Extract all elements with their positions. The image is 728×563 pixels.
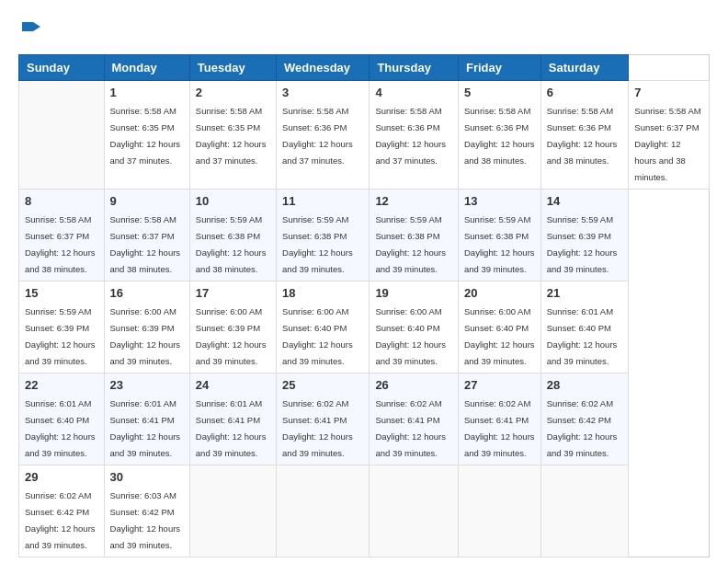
day-info: Sunrise: 5:58 AMSunset: 6:37 PMDaylight:…: [110, 214, 181, 274]
logo-text: [18, 18, 42, 45]
day-number: 24: [196, 378, 270, 392]
day-info: Sunrise: 5:59 AMSunset: 6:38 PMDaylight:…: [375, 214, 446, 274]
day-info: Sunrise: 6:01 AMSunset: 6:41 PMDaylight:…: [110, 398, 181, 458]
day-number: 25: [282, 378, 363, 392]
day-cell-8: 8 Sunrise: 5:58 AMSunset: 6:37 PMDayligh…: [19, 190, 105, 282]
calendar-week-3: 15 Sunrise: 5:59 AMSunset: 6:39 PMDaylig…: [19, 282, 710, 373]
day-cell-2: 2 Sunrise: 5:58 AMSunset: 6:35 PMDayligh…: [189, 81, 276, 190]
day-info: Sunrise: 6:02 AMSunset: 6:41 PMDaylight:…: [464, 398, 535, 458]
day-cell-9: 9 Sunrise: 5:58 AMSunset: 6:37 PMDayligh…: [104, 190, 189, 282]
day-info: Sunrise: 5:58 AMSunset: 6:37 PMDaylight:…: [25, 214, 96, 274]
day-number: 7: [634, 86, 703, 99]
day-info: Sunrise: 6:00 AMSunset: 6:40 PMDaylight:…: [375, 306, 446, 366]
calendar-body: 1 Sunrise: 5:58 AMSunset: 6:35 PMDayligh…: [19, 81, 710, 557]
day-cell-7: 7 Sunrise: 5:58 AMSunset: 6:37 PMDayligh…: [629, 81, 710, 190]
day-number: 3: [282, 86, 363, 99]
day-number: 5: [464, 86, 535, 99]
day-number: 4: [375, 86, 452, 99]
day-cell-17: 17 Sunrise: 6:00 AMSunset: 6:39 PMDaylig…: [189, 282, 276, 373]
day-cell-4: 4 Sunrise: 5:58 AMSunset: 6:36 PMDayligh…: [370, 81, 459, 190]
page-header: [18, 18, 710, 45]
day-number: 1: [110, 86, 184, 99]
empty-cell: [277, 465, 370, 557]
empty-cell: [540, 465, 629, 557]
day-cell-1: 1 Sunrise: 5:58 AMSunset: 6:35 PMDayligh…: [104, 81, 189, 190]
day-info: Sunrise: 6:01 AMSunset: 6:40 PMDaylight:…: [25, 398, 96, 458]
empty-cell: [370, 465, 459, 557]
day-number: 17: [196, 286, 270, 300]
day-cell-19: 19 Sunrise: 6:00 AMSunset: 6:40 PMDaylig…: [370, 282, 459, 373]
day-number: 28: [547, 378, 623, 392]
day-number: 16: [110, 286, 184, 300]
day-number: 2: [196, 86, 270, 99]
day-header-thursday: Thursday: [370, 55, 459, 81]
calendar-week-5: 29 Sunrise: 6:02 AMSunset: 6:42 PMDaylig…: [19, 465, 710, 557]
day-cell-14: 14 Sunrise: 5:59 AMSunset: 6:39 PMDaylig…: [540, 190, 629, 282]
day-cell-15: 15 Sunrise: 5:59 AMSunset: 6:39 PMDaylig…: [19, 282, 105, 373]
day-info: Sunrise: 5:59 AMSunset: 6:39 PMDaylight:…: [25, 306, 96, 366]
day-cell-21: 21 Sunrise: 6:01 AMSunset: 6:40 PMDaylig…: [540, 282, 629, 373]
day-info: Sunrise: 6:00 AMSunset: 6:39 PMDaylight:…: [110, 306, 181, 366]
day-cell-10: 10 Sunrise: 5:59 AMSunset: 6:38 PMDaylig…: [189, 190, 276, 282]
day-number: 20: [464, 286, 535, 300]
day-number: 29: [25, 470, 98, 484]
day-number: 26: [375, 378, 452, 392]
day-number: 21: [547, 286, 623, 300]
day-cell-30: 30 Sunrise: 6:03 AMSunset: 6:42 PMDaylig…: [104, 465, 189, 557]
day-info: Sunrise: 5:59 AMSunset: 6:38 PMDaylight:…: [196, 214, 267, 274]
day-cell-20: 20 Sunrise: 6:00 AMSunset: 6:40 PMDaylig…: [458, 282, 540, 373]
logo: [18, 18, 42, 45]
empty-cell: [19, 81, 105, 190]
day-info: Sunrise: 6:01 AMSunset: 6:41 PMDaylight:…: [196, 398, 267, 458]
day-header-friday: Friday: [458, 55, 540, 81]
day-info: Sunrise: 5:58 AMSunset: 6:35 PMDaylight:…: [196, 106, 267, 166]
day-cell-29: 29 Sunrise: 6:02 AMSunset: 6:42 PMDaylig…: [19, 465, 105, 557]
day-number: 10: [196, 194, 270, 208]
day-info: Sunrise: 5:59 AMSunset: 6:38 PMDaylight:…: [464, 214, 535, 274]
logo-flag-icon: [20, 18, 42, 40]
day-header-tuesday: Tuesday: [189, 55, 276, 81]
day-cell-27: 27 Sunrise: 6:02 AMSunset: 6:41 PMDaylig…: [458, 373, 540, 465]
day-info: Sunrise: 6:00 AMSunset: 6:40 PMDaylight:…: [464, 306, 535, 366]
day-cell-11: 11 Sunrise: 5:59 AMSunset: 6:38 PMDaylig…: [277, 190, 370, 282]
day-cell-3: 3 Sunrise: 5:58 AMSunset: 6:36 PMDayligh…: [277, 81, 370, 190]
day-info: Sunrise: 6:03 AMSunset: 6:42 PMDaylight:…: [110, 490, 181, 550]
day-info: Sunrise: 5:58 AMSunset: 6:36 PMDaylight:…: [282, 106, 353, 166]
calendar-week-4: 22 Sunrise: 6:01 AMSunset: 6:40 PMDaylig…: [19, 373, 710, 465]
empty-cell: [458, 465, 540, 557]
day-info: Sunrise: 6:02 AMSunset: 6:42 PMDaylight:…: [547, 398, 618, 458]
day-number: 19: [375, 286, 452, 300]
calendar-week-2: 8 Sunrise: 5:58 AMSunset: 6:37 PMDayligh…: [19, 190, 710, 282]
day-cell-22: 22 Sunrise: 6:01 AMSunset: 6:40 PMDaylig…: [19, 373, 105, 465]
day-info: Sunrise: 6:02 AMSunset: 6:41 PMDaylight:…: [375, 398, 446, 458]
day-number: 13: [464, 194, 535, 208]
svg-marker-0: [22, 22, 33, 31]
day-number: 8: [25, 194, 98, 208]
day-number: 11: [282, 194, 363, 208]
day-number: 14: [547, 194, 623, 208]
calendar-week-1: 1 Sunrise: 5:58 AMSunset: 6:35 PMDayligh…: [19, 81, 710, 190]
day-header-sunday: Sunday: [19, 55, 105, 81]
day-cell-24: 24 Sunrise: 6:01 AMSunset: 6:41 PMDaylig…: [189, 373, 276, 465]
day-number: 18: [282, 286, 363, 300]
day-header-monday: Monday: [104, 55, 189, 81]
day-info: Sunrise: 6:01 AMSunset: 6:40 PMDaylight:…: [547, 306, 618, 366]
day-cell-23: 23 Sunrise: 6:01 AMSunset: 6:41 PMDaylig…: [104, 373, 189, 465]
day-info: Sunrise: 6:02 AMSunset: 6:41 PMDaylight:…: [282, 398, 353, 458]
day-cell-16: 16 Sunrise: 6:00 AMSunset: 6:39 PMDaylig…: [104, 282, 189, 373]
day-cell-13: 13 Sunrise: 5:59 AMSunset: 6:38 PMDaylig…: [458, 190, 540, 282]
day-info: Sunrise: 5:58 AMSunset: 6:37 PMDaylight:…: [634, 106, 700, 182]
day-info: Sunrise: 5:58 AMSunset: 6:36 PMDaylight:…: [464, 106, 535, 166]
day-info: Sunrise: 6:00 AMSunset: 6:40 PMDaylight:…: [282, 306, 353, 366]
day-number: 22: [25, 378, 98, 392]
day-cell-25: 25 Sunrise: 6:02 AMSunset: 6:41 PMDaylig…: [277, 373, 370, 465]
day-number: 30: [110, 470, 184, 484]
day-info: Sunrise: 5:59 AMSunset: 6:38 PMDaylight:…: [282, 214, 353, 274]
day-info: Sunrise: 5:58 AMSunset: 6:35 PMDaylight:…: [110, 106, 181, 166]
day-number: 9: [110, 194, 184, 208]
day-number: 6: [547, 86, 623, 99]
day-cell-5: 5 Sunrise: 5:58 AMSunset: 6:36 PMDayligh…: [458, 81, 540, 190]
day-info: Sunrise: 6:02 AMSunset: 6:42 PMDaylight:…: [25, 490, 96, 550]
empty-cell: [189, 465, 276, 557]
day-cell-6: 6 Sunrise: 5:58 AMSunset: 6:36 PMDayligh…: [540, 81, 629, 190]
